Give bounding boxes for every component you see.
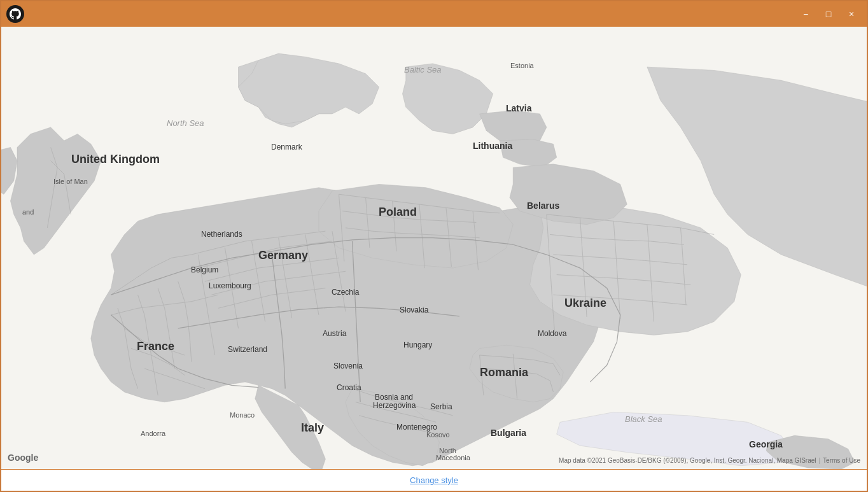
terms-of-use: Terms of Use: [823, 457, 860, 464]
github-icon: [10, 8, 21, 20]
google-logo: Google: [8, 453, 38, 463]
attribution-divider: |: [818, 457, 820, 464]
close-button[interactable]: ×: [841, 5, 862, 23]
maximize-button[interactable]: □: [818, 5, 839, 23]
app-window: − □ ×: [0, 0, 868, 492]
minimize-button[interactable]: −: [795, 5, 816, 23]
attribution-text: Map data ©2021 GeoBasis-DE/BKG (©2009), …: [559, 457, 816, 464]
change-style-button[interactable]: Change style: [410, 475, 458, 485]
titlebar-controls: − □ ×: [795, 5, 862, 23]
map-svg: [1, 27, 867, 469]
titlebar: − □ ×: [1, 1, 867, 27]
app-icon: [6, 5, 24, 23]
bottom-bar: Change style: [1, 469, 867, 491]
titlebar-left: [6, 5, 24, 23]
map-attribution: Map data ©2021 GeoBasis-DE/BKG (©2009), …: [559, 457, 860, 464]
map-container[interactable]: United Kingdom Isle of Man and France Ge…: [1, 27, 867, 469]
